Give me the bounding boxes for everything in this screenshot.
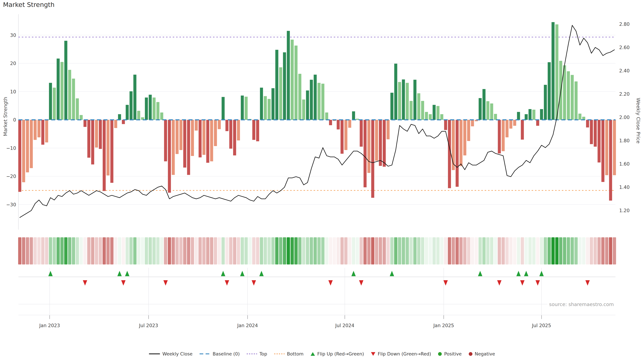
bar-negative xyxy=(91,120,94,164)
heatmap-cell xyxy=(474,237,478,265)
triangle-up-icon xyxy=(310,352,315,356)
source-credit: source: sharemaestro.com xyxy=(548,301,616,308)
bar-positive xyxy=(276,50,278,120)
bar-negative xyxy=(448,120,451,188)
y-tick-label-right: 2.00 xyxy=(619,115,630,120)
heatmap-cell xyxy=(498,237,501,265)
flip-up-marker xyxy=(48,271,53,276)
heatmap-cell xyxy=(264,237,267,265)
heatmap-cell xyxy=(298,237,302,265)
bar-negative xyxy=(103,120,106,191)
heatmap-cell xyxy=(410,237,413,265)
bar-positive xyxy=(222,97,224,120)
bar-positive xyxy=(310,80,313,120)
heatmap-cell xyxy=(80,237,83,265)
flip-down-marker xyxy=(444,280,448,286)
heatmap-cell xyxy=(95,237,98,265)
heatmap-cell xyxy=(486,237,490,265)
bar-negative xyxy=(38,120,40,137)
bar-positive xyxy=(571,75,574,120)
y-tick-label-left: −10 xyxy=(6,145,16,151)
bar-negative xyxy=(191,120,194,156)
heatmap-cell xyxy=(509,237,512,265)
bar-positive xyxy=(425,112,428,120)
bar-positive xyxy=(302,99,305,120)
heatmap-cell xyxy=(183,237,186,265)
bar-negative xyxy=(168,120,171,193)
heatmap-cell xyxy=(456,237,459,265)
heatmap-cell xyxy=(53,237,56,265)
heatmap-cell xyxy=(490,237,494,265)
heatmap-cell xyxy=(30,237,33,265)
bar-positive xyxy=(410,101,412,120)
bar-negative xyxy=(613,120,616,175)
bar-negative xyxy=(198,120,202,157)
bar-positive xyxy=(306,90,309,120)
flip-down-marker xyxy=(497,280,502,286)
heatmap-cell xyxy=(237,237,240,265)
bar-positive xyxy=(394,64,397,120)
heatmap-cell xyxy=(49,237,52,265)
heatmap-cell xyxy=(360,237,363,265)
heatmap-cell xyxy=(524,237,528,265)
flip-down-marker xyxy=(359,280,364,286)
legend-label: Baseline (0) xyxy=(213,351,240,357)
bar-positive xyxy=(137,111,140,120)
legend-item-line: Weekly Close xyxy=(149,351,192,357)
heatmap-cell xyxy=(210,237,213,265)
legend-item-dash-blue: Baseline (0) xyxy=(200,351,240,357)
heatmap-cell xyxy=(352,237,355,265)
heatmap-cell xyxy=(283,237,286,265)
bar-negative xyxy=(218,120,221,129)
y-tick-label-left: 30 xyxy=(10,32,16,38)
flip-down-marker xyxy=(121,280,126,286)
bar-positive xyxy=(494,114,497,120)
heatmap-cell xyxy=(432,237,436,265)
heatmap-cell xyxy=(463,237,466,265)
bar-positive xyxy=(279,67,282,120)
bar-negative xyxy=(386,120,390,139)
y-tick-label-left: −20 xyxy=(6,174,16,179)
heatmap-cell xyxy=(478,237,482,265)
heatmap-cell xyxy=(398,237,401,265)
bar-negative xyxy=(364,120,366,187)
y-tick-label-right: 1.80 xyxy=(619,138,630,143)
legend-label: Weekly Close xyxy=(162,351,192,357)
bar-negative xyxy=(229,120,232,149)
flip-down-marker xyxy=(328,280,333,286)
heatmap-cell xyxy=(548,237,551,265)
bar-negative xyxy=(329,120,332,125)
heatmap-cell xyxy=(214,237,217,265)
bar-negative xyxy=(598,120,600,162)
bar-negative xyxy=(344,120,347,150)
heatmap-cell xyxy=(198,237,202,265)
y-tick-label-right: 2.40 xyxy=(619,68,630,73)
flip-down-marker xyxy=(586,280,590,286)
bar-negative xyxy=(337,120,340,129)
bar-negative xyxy=(536,120,539,126)
bar-positive xyxy=(133,75,136,120)
heatmap-cell xyxy=(417,237,420,265)
x-tick-label: Jul 2025 xyxy=(532,323,551,328)
bar-negative xyxy=(88,120,90,158)
heatmap-cell xyxy=(248,237,252,265)
bar-positive xyxy=(264,96,267,120)
heatmap-cell xyxy=(340,237,344,265)
legend-label: Flip Up (Red→Green) xyxy=(317,351,364,357)
heatmap-cell xyxy=(271,237,275,265)
bar-negative xyxy=(183,120,186,168)
heatmap-cell xyxy=(72,237,75,265)
heatmap-cell xyxy=(379,237,382,265)
bar-positive xyxy=(479,98,482,120)
flip-down-marker xyxy=(83,280,87,286)
bar-negative xyxy=(180,120,182,150)
heatmap-cell xyxy=(440,237,444,265)
heatmap-cell xyxy=(356,237,359,265)
bar-positive xyxy=(241,95,244,120)
heatmap-cell xyxy=(517,237,520,265)
heatmap-cell xyxy=(578,237,582,265)
heatmap-cell xyxy=(402,237,405,265)
flip-down-marker xyxy=(520,280,524,286)
heatmap-cell xyxy=(582,237,586,265)
heatmap-cell xyxy=(172,237,175,265)
